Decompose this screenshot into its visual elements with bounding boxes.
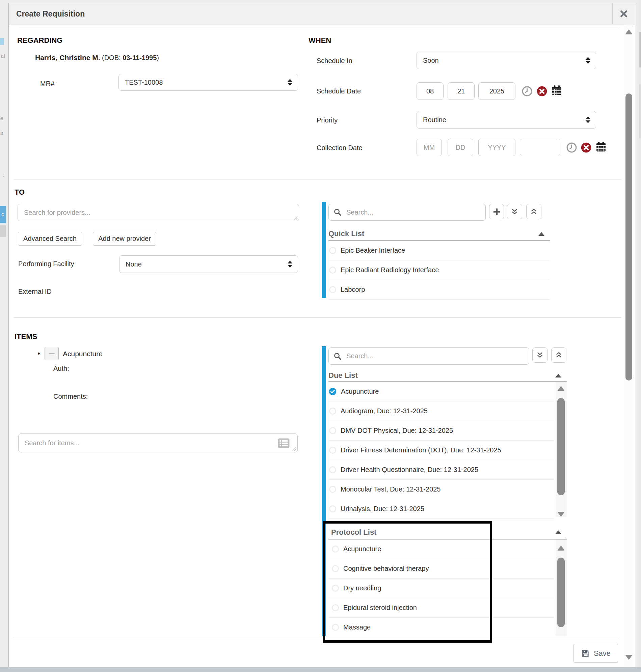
- provider-search-field[interactable]: [17, 204, 299, 221]
- scroll-down-icon[interactable]: [625, 655, 632, 660]
- provider-quick-search-input[interactable]: [346, 208, 481, 216]
- chevron-double-down-icon: [511, 208, 518, 215]
- quick-list-item[interactable]: Epic Beaker Interface: [328, 241, 550, 261]
- protocol-list-scrollbar-thumb[interactable]: [557, 558, 565, 627]
- due-list-collapse-button[interactable]: [551, 348, 567, 363]
- due-list-item[interactable]: Urinalysis, Due: 12-31-2025: [328, 499, 554, 519]
- radio-circle-icon: [329, 407, 336, 415]
- protocol-list-item[interactable]: Massage: [328, 618, 554, 637]
- items-heading: ITEMS: [14, 332, 37, 341]
- add-new-provider-button[interactable]: Add new provider: [93, 232, 156, 246]
- due-list-expand-button[interactable]: [532, 348, 547, 363]
- due-list-item[interactable]: Driver Fitness Determination (DOT), Due:…: [328, 440, 554, 460]
- select-spinner-icon: [586, 57, 590, 64]
- resize-handle-icon[interactable]: [292, 447, 296, 451]
- remove-item-button[interactable]: —: [44, 347, 59, 360]
- collection-date-day-input[interactable]: [448, 139, 473, 156]
- schedule-in-label: Schedule In: [317, 57, 352, 65]
- performing-facility-select[interactable]: None: [119, 255, 298, 273]
- scroll-down-icon[interactable]: [557, 512, 565, 517]
- schedule-date-time-icon[interactable]: [522, 86, 532, 98]
- item-quick-search-input[interactable]: [346, 352, 524, 360]
- schedule-date-year-input[interactable]: [478, 82, 516, 100]
- protocol-list-item[interactable]: Dry needling: [328, 578, 554, 598]
- protocol-list-header[interactable]: Protocol List: [328, 525, 567, 540]
- protocol-list-item[interactable]: Cognitive behavioral therapy: [328, 559, 554, 578]
- browser-scrollbar[interactable]: [639, 0, 641, 672]
- due-list-item[interactable]: DMV DOT Physical, Due: 12-31-2025: [328, 421, 554, 440]
- radio-circle-icon: [329, 266, 336, 274]
- quick-list-expand-button[interactable]: [507, 204, 522, 219]
- collection-date-clear-icon[interactable]: [581, 142, 591, 154]
- schedule-in-value: Soon: [423, 57, 439, 65]
- schedule-date-month-input[interactable]: [417, 82, 444, 100]
- protocol-list-item[interactable]: Acupuncture: [328, 540, 554, 559]
- radio-circle-icon: [329, 427, 336, 434]
- screen: al e a : c Create Requisition REGARDING …: [0, 0, 641, 672]
- collapse-arrow-icon[interactable]: [555, 530, 561, 534]
- modal-header: Create Requisition: [9, 3, 635, 25]
- mr-select[interactable]: TEST-10008: [119, 74, 298, 91]
- comments-input[interactable]: [138, 388, 288, 406]
- performing-facility-value: None: [125, 261, 142, 268]
- item-list-icon[interactable]: [277, 438, 290, 448]
- quick-list-collapse-button[interactable]: [526, 204, 542, 219]
- scroll-up-icon[interactable]: [557, 386, 565, 391]
- section-divider: [14, 179, 622, 180]
- protocol-list-scrollbar[interactable]: [556, 540, 567, 636]
- due-list-item-label: Driver Fitness Determination (DOT), Due:…: [341, 446, 501, 454]
- protocol-list-item[interactable]: Epidural steroid injection: [328, 598, 554, 618]
- collection-date-calendar-icon[interactable]: [596, 141, 606, 154]
- modal-scrollbar-thumb[interactable]: [626, 94, 632, 380]
- add-provider-list-button[interactable]: [489, 204, 504, 219]
- due-list-scrollbar[interactable]: [556, 382, 567, 517]
- due-list-scrollbar-thumb[interactable]: [557, 398, 565, 495]
- collection-date-time-input[interactable]: [520, 139, 560, 156]
- item-search-input[interactable]: [24, 439, 277, 447]
- collection-date-time-icon[interactable]: [567, 142, 577, 154]
- close-button[interactable]: [612, 3, 635, 24]
- save-icon: [581, 649, 590, 658]
- collection-date-year-input[interactable]: [478, 139, 516, 156]
- mr-select-value: TEST-10008: [125, 79, 163, 86]
- due-list-item-label: DMV DOT Physical, Due: 12-31-2025: [341, 427, 453, 434]
- schedule-date-clear-icon[interactable]: [537, 86, 547, 98]
- advanced-search-button[interactable]: Advanced Search: [18, 232, 82, 246]
- collapse-arrow-icon[interactable]: [538, 232, 544, 236]
- chevron-double-up-icon: [555, 351, 563, 359]
- auth-input[interactable]: [138, 360, 288, 379]
- due-list-item[interactable]: Monocular Test, Due: 12-31-2025: [328, 480, 554, 499]
- external-id-input[interactable]: [119, 283, 298, 300]
- scroll-up-icon[interactable]: [557, 546, 565, 550]
- quick-list-header[interactable]: Quick List: [328, 227, 550, 241]
- provider-quick-search-field[interactable]: [328, 204, 486, 221]
- resize-handle-icon[interactable]: [294, 216, 298, 220]
- quick-list-item[interactable]: Labcorp: [328, 280, 550, 299]
- quick-list-title: Quick List: [328, 229, 364, 238]
- item-quick-search-field[interactable]: [328, 348, 529, 365]
- background-fragment-bar: [0, 38, 4, 45]
- due-list-header[interactable]: Due List: [328, 369, 567, 382]
- due-list-item[interactable]: Driver Health Questionnaire, Due: 12-31-…: [328, 460, 554, 480]
- due-list-item[interactable]: Audiogram, Due: 12-31-2025: [328, 402, 554, 421]
- modal-scrollbar[interactable]: [624, 25, 633, 667]
- comments-label: Comments:: [53, 393, 88, 401]
- quick-list-item-label: Epic Radiant Radiology Interface: [341, 266, 439, 274]
- collection-date-month-input[interactable]: [417, 139, 442, 156]
- selected-item-name: Acupuncture: [63, 350, 103, 358]
- browser-scrollbar-thumb[interactable]: [639, 32, 641, 68]
- radio-circle-icon: [329, 505, 336, 513]
- create-requisition-modal: Create Requisition REGARDING Harris, Chr…: [9, 3, 635, 667]
- schedule-date-calendar-icon[interactable]: [551, 85, 562, 98]
- priority-select[interactable]: Routine: [417, 111, 596, 128]
- quick-list-item[interactable]: Epic Radiant Radiology Interface: [328, 261, 550, 280]
- item-search-field[interactable]: [18, 434, 298, 452]
- collapse-arrow-icon[interactable]: [555, 374, 561, 378]
- due-list-item-selected[interactable]: Acupuncture: [328, 382, 554, 402]
- schedule-date-day-input[interactable]: [448, 82, 475, 100]
- schedule-in-select[interactable]: Soon: [417, 52, 596, 69]
- scroll-up-icon[interactable]: [625, 29, 632, 34]
- plus-icon: [492, 208, 501, 216]
- save-button[interactable]: Save: [573, 644, 618, 662]
- provider-search-input[interactable]: [23, 209, 293, 217]
